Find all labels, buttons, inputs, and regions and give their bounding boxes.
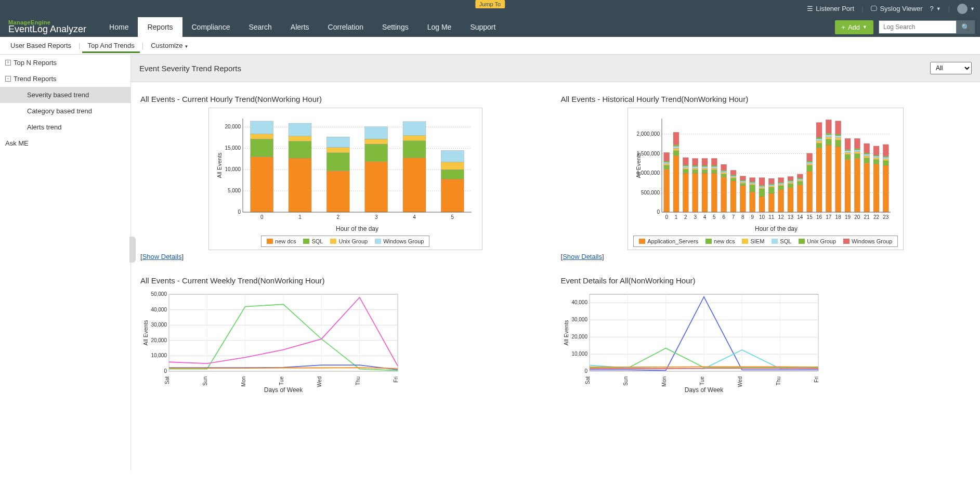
collapse-icon: − bbox=[5, 76, 11, 82]
svg-rect-13 bbox=[250, 121, 273, 134]
list-icon: ☰ bbox=[807, 5, 813, 12]
svg-rect-106 bbox=[730, 176, 736, 177]
nav-tab-reports[interactable]: Reports bbox=[138, 17, 182, 37]
sidebar-top-n-reports[interactable]: + Top N Reports bbox=[0, 55, 130, 71]
svg-rect-155 bbox=[798, 179, 803, 180]
svg-text:Fri: Fri bbox=[393, 376, 399, 383]
sidebar-item-category-based-trend[interactable]: Category based trend bbox=[0, 103, 130, 119]
svg-rect-216 bbox=[883, 161, 889, 165]
svg-rect-57 bbox=[664, 162, 670, 164]
sidebar-item-alerts-trend[interactable]: Alerts trend bbox=[0, 119, 130, 135]
legend-item: Windows Group bbox=[843, 238, 892, 244]
svg-rect-26 bbox=[364, 144, 387, 162]
svg-text:Fri: Fri bbox=[814, 376, 819, 383]
subnav-user-based-reports[interactable]: User Based Reports bbox=[5, 38, 76, 53]
svg-rect-212 bbox=[873, 155, 879, 156]
jump-to-button[interactable]: Jump To bbox=[475, 0, 505, 8]
svg-text:8: 8 bbox=[741, 214, 744, 220]
svg-rect-182 bbox=[835, 138, 841, 140]
nav-tab-support[interactable]: Support bbox=[461, 17, 505, 37]
svg-text:19: 19 bbox=[845, 214, 851, 220]
svg-rect-37 bbox=[441, 162, 464, 170]
svg-rect-209 bbox=[873, 160, 879, 164]
svg-rect-199 bbox=[855, 138, 860, 149]
subnav-customize[interactable]: Customize▼ bbox=[146, 38, 193, 53]
search-button[interactable]: 🔍 bbox=[957, 20, 975, 34]
svg-rect-16 bbox=[289, 141, 311, 158]
svg-rect-131 bbox=[769, 193, 775, 212]
svg-rect-114 bbox=[740, 180, 746, 181]
svg-text:10,000: 10,000 bbox=[571, 351, 587, 357]
svg-rect-198 bbox=[855, 149, 860, 150]
add-button[interactable]: + Add ▼ bbox=[835, 20, 873, 34]
listener-port-link[interactable]: ☰ Listener Port bbox=[807, 5, 854, 12]
nav-tab-log-me[interactable]: Log Me bbox=[418, 17, 461, 37]
svg-rect-76 bbox=[692, 170, 698, 173]
svg-rect-118 bbox=[750, 185, 755, 192]
svg-rect-134 bbox=[769, 185, 775, 186]
show-details-link[interactable]: Show Details bbox=[563, 253, 602, 260]
user-menu[interactable]: ▼ bbox=[957, 4, 975, 14]
svg-rect-211 bbox=[873, 156, 879, 158]
svg-rect-66 bbox=[673, 132, 679, 145]
sidebar-trend-reports[interactable]: − Trend Reports bbox=[0, 71, 130, 87]
svg-rect-139 bbox=[778, 186, 784, 190]
svg-rect-147 bbox=[788, 183, 793, 184]
sidebar-ask-me[interactable]: Ask ME bbox=[0, 135, 130, 151]
svg-rect-100 bbox=[721, 170, 727, 171]
svg-text:Days of Week: Days of Week bbox=[264, 386, 303, 393]
svg-text:0: 0 bbox=[164, 368, 167, 374]
svg-text:0: 0 bbox=[238, 209, 241, 215]
listener-port-label: Listener Port bbox=[816, 5, 854, 12]
syslog-viewer-link[interactable]: 🖵 Syslog Viewer bbox=[870, 5, 922, 12]
subnav-top-and-trends[interactable]: Top And Trends bbox=[82, 38, 139, 53]
svg-rect-206 bbox=[864, 144, 870, 153]
svg-rect-73 bbox=[683, 158, 689, 165]
svg-text:14: 14 bbox=[798, 214, 804, 220]
svg-text:0: 0 bbox=[657, 209, 660, 215]
svg-rect-195 bbox=[855, 154, 860, 159]
show-details-link[interactable]: Show Details bbox=[142, 253, 182, 260]
svg-text:4: 4 bbox=[413, 214, 416, 220]
svg-rect-210 bbox=[873, 158, 879, 159]
svg-rect-92 bbox=[712, 166, 717, 168]
svg-rect-185 bbox=[835, 121, 841, 135]
page-title: Event Severity Trend Reports bbox=[139, 64, 241, 73]
svg-rect-188 bbox=[845, 154, 851, 160]
nav-tab-alerts[interactable]: Alerts bbox=[281, 17, 319, 37]
svg-rect-140 bbox=[778, 185, 784, 186]
svg-text:3: 3 bbox=[375, 214, 378, 220]
svg-rect-135 bbox=[769, 184, 775, 185]
sidebar-collapse-handle[interactable] bbox=[129, 237, 136, 263]
svg-rect-160 bbox=[807, 165, 813, 171]
svg-rect-164 bbox=[807, 153, 813, 161]
chart-title: All Events - Current Hourly Trend(NonWor… bbox=[140, 95, 551, 103]
svg-rect-105 bbox=[730, 177, 736, 178]
nav-tab-home[interactable]: Home bbox=[100, 17, 138, 37]
svg-rect-10 bbox=[250, 157, 273, 212]
nav-tab-compliance[interactable]: Compliance bbox=[182, 17, 240, 37]
svg-text:All Events: All Events bbox=[563, 320, 569, 345]
svg-rect-25 bbox=[364, 162, 387, 212]
help-button[interactable]: ?▼ bbox=[930, 5, 941, 12]
svg-rect-20 bbox=[326, 171, 349, 212]
svg-text:5: 5 bbox=[713, 214, 716, 220]
legend-item: new dcs bbox=[705, 238, 735, 244]
add-label: Add bbox=[848, 23, 860, 31]
nav-tab-correlation[interactable]: Correlation bbox=[319, 17, 373, 37]
svg-rect-217 bbox=[883, 159, 889, 161]
svg-rect-128 bbox=[759, 186, 765, 187]
svg-text:0: 0 bbox=[260, 214, 264, 220]
log-search-input[interactable] bbox=[879, 20, 957, 34]
svg-rect-115 bbox=[740, 176, 746, 180]
svg-rect-99 bbox=[721, 171, 727, 173]
nav-tab-settings[interactable]: Settings bbox=[373, 17, 418, 37]
chart-title: All Events - Historical Hourly Trend(Non… bbox=[561, 95, 971, 103]
svg-rect-94 bbox=[712, 159, 717, 166]
svg-text:Tue: Tue bbox=[699, 376, 705, 385]
filter-select[interactable]: All bbox=[930, 62, 972, 74]
svg-rect-184 bbox=[835, 134, 841, 136]
svg-text:2: 2 bbox=[684, 214, 687, 220]
nav-tab-search[interactable]: Search bbox=[239, 17, 281, 37]
sidebar-item-severity-based-trend[interactable]: Severity based trend bbox=[0, 87, 130, 103]
